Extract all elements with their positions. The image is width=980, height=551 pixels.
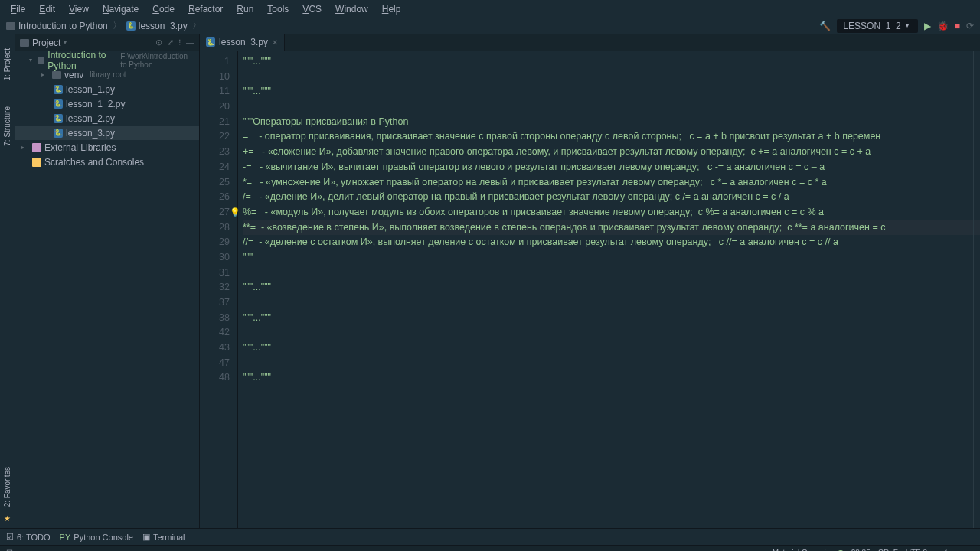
- breadcrumb-project[interactable]: Introduction to Python: [6, 21, 108, 31]
- menu-bar: FileEditViewNavigateCodeRefactorRunTools…: [0, 0, 980, 18]
- folder-icon: [38, 57, 44, 64]
- python-icon: 🐍: [206, 37, 215, 47]
- dropdown-icon: ▾: [906, 22, 909, 29]
- python-console-button[interactable]: PYPython Console: [60, 533, 133, 542]
- python-icon: 🐍: [54, 99, 63, 109]
- target-icon[interactable]: ⊙: [155, 37, 162, 47]
- tree-hint: library root: [90, 70, 126, 79]
- tree-scratches[interactable]: Scratches and Consoles: [15, 155, 199, 169]
- margin-guide: [973, 51, 974, 528]
- project-sidebar: Project ▾ ⊙ ⤢ ⁝ — ▾ Introduction to Pyth…: [15, 34, 200, 528]
- python-icon: PY: [60, 533, 71, 542]
- check-icon: ☑: [6, 532, 14, 542]
- settings-icon[interactable]: ⁝: [178, 37, 181, 47]
- chevron-icon: 〉: [113, 19, 122, 32]
- code-editor[interactable]: 110112021222324252627💡282930313237384243…: [200, 51, 980, 528]
- close-icon[interactable]: ✕: [272, 38, 278, 47]
- menu-refactor[interactable]: Refactor: [182, 2, 229, 17]
- star-icon[interactable]: ★: [2, 513, 13, 523]
- menu-vcs[interactable]: VCS: [296, 2, 328, 17]
- menu-window[interactable]: Window: [329, 2, 374, 17]
- editor-tabs: 🐍 lesson_3.py ✕: [200, 34, 980, 51]
- tab-label: lesson_3.py: [219, 37, 268, 47]
- menu-file[interactable]: File: [5, 2, 31, 17]
- folder-icon: [20, 39, 29, 47]
- tree-label: lesson_1.py: [66, 84, 115, 95]
- editor-area: 🐍 lesson_3.py ✕ 110112021222324252627💡28…: [200, 34, 980, 528]
- caret-icon: ▸: [41, 71, 49, 78]
- menu-run[interactable]: Run: [230, 2, 260, 17]
- tree-label: lesson_1_2.py: [66, 99, 125, 109]
- breadcrumb-file[interactable]: 🐍 lesson_3.py: [126, 21, 188, 31]
- todo-button[interactable]: ☑6: TODO: [6, 532, 51, 542]
- dropdown-icon[interactable]: ▾: [64, 39, 67, 46]
- tree-label: lesson_3.py: [66, 128, 115, 139]
- structure-tool-tab[interactable]: 7: Structure: [2, 102, 13, 151]
- bottom-tool-bar: ☑6: TODO PYPython Console ▣Terminal: [0, 528, 980, 545]
- tree-file[interactable]: 🐍lesson_1_2.py: [15, 96, 199, 111]
- breadcrumb-project-label: Introduction to Python: [18, 21, 108, 31]
- line-gutter: 110112021222324252627💡282930313237384243…: [200, 51, 238, 528]
- collapse-icon[interactable]: ⤢: [167, 37, 174, 47]
- status-bar: ☐ Material Oceanic 28:85 CRLF UTF-8 ≑ 4 …: [0, 545, 980, 551]
- tree-file[interactable]: 🐍lesson_1.py: [15, 82, 199, 96]
- code-content[interactable]: """...""""""...""""""Операторы присваива…: [238, 51, 980, 528]
- python-icon: 🐍: [126, 21, 136, 31]
- build-icon[interactable]: 🔨: [819, 21, 831, 31]
- tree-external-libs[interactable]: ▸ External Libraries: [15, 140, 199, 155]
- menu-navigate[interactable]: Navigate: [96, 2, 145, 17]
- folder-icon: [52, 71, 61, 79]
- minimize-icon[interactable]: —: [186, 37, 194, 47]
- caret-icon: ▾: [29, 57, 34, 64]
- menu-view[interactable]: View: [63, 2, 95, 17]
- sidebar-title-label: Project: [32, 37, 60, 48]
- run-button[interactable]: ▶: [924, 21, 931, 31]
- tree-label: venv: [64, 70, 83, 80]
- chevron-icon: 〉: [192, 19, 201, 32]
- tree-label: External Libraries: [44, 142, 116, 153]
- tree-hint: F:\work\Introduction to Python: [120, 52, 196, 69]
- run-config-selector[interactable]: LESSON_1_2 ▾: [837, 19, 917, 33]
- menu-edit[interactable]: Edit: [33, 2, 61, 17]
- tree-label: Scratches and Consoles: [44, 157, 144, 168]
- editor-tab[interactable]: 🐍 lesson_3.py ✕: [200, 34, 285, 51]
- menu-code[interactable]: Code: [146, 2, 181, 17]
- left-tool-gutter: 1: Project 7: Structure 2: Favorites ★: [0, 34, 15, 528]
- terminal-button[interactable]: ▣Terminal: [142, 532, 185, 542]
- tree-file[interactable]: 🐍lesson_2.py: [15, 111, 199, 126]
- debug-button[interactable]: 🐞: [937, 21, 949, 31]
- project-tree: ▾ Introduction to Python F:\work\Introdu…: [15, 51, 199, 171]
- scratch-icon: [32, 158, 41, 167]
- favorites-tool-tab[interactable]: 2: Favorites: [2, 462, 13, 511]
- stop-button[interactable]: ■: [955, 21, 960, 31]
- terminal-icon: ▣: [142, 532, 150, 542]
- tree-label: lesson_2.py: [66, 113, 115, 124]
- python-icon: 🐍: [54, 114, 63, 123]
- tree-project-root[interactable]: ▾ Introduction to Python F:\work\Introdu…: [15, 53, 199, 67]
- caret-icon: ▸: [21, 144, 29, 151]
- breadcrumb-bar: Introduction to Python 〉 🐍 lesson_3.py 〉…: [0, 18, 980, 34]
- menu-tools[interactable]: Tools: [261, 2, 295, 17]
- python-icon: 🐍: [54, 85, 63, 94]
- tree-label: Introduction to Python: [47, 50, 114, 71]
- folder-icon: [6, 22, 15, 30]
- menu-help[interactable]: Help: [376, 2, 407, 17]
- breadcrumb-file-label: lesson_3.py: [139, 21, 188, 31]
- python-icon: 🐍: [54, 129, 63, 138]
- library-icon: [32, 143, 41, 152]
- project-tool-tab[interactable]: 1: Project: [2, 44, 13, 85]
- tree-file[interactable]: 🐍lesson_3.py: [15, 126, 199, 140]
- run-config-name: LESSON_1_2: [843, 21, 900, 31]
- update-button[interactable]: ⟳: [966, 21, 974, 31]
